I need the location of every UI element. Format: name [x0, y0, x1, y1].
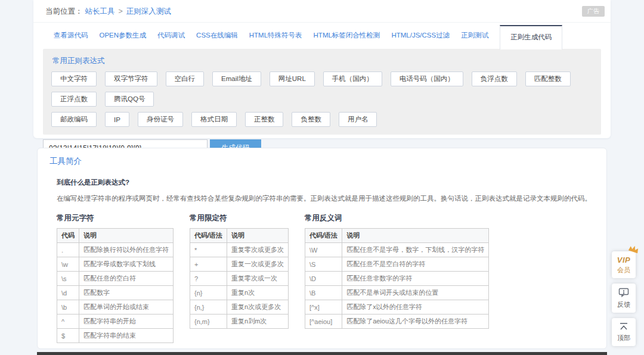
feedback-label: 反馈 — [612, 300, 636, 309]
breadcrumb-label: 当前位置： — [45, 7, 83, 15]
feedback-icon — [618, 288, 629, 297]
table-row: *重复零次或更多次 — [190, 243, 289, 257]
regex-preset-button[interactable]: 手机（国内） — [323, 71, 382, 86]
regex-preset-button[interactable]: 网址URL — [270, 71, 315, 86]
regex-preset-button[interactable]: 空白行 — [166, 71, 205, 86]
regex-reference-tables: 常用元字符代码说明.匹配除换行符以外的任意字符\w匹配字母或数字或下划线\s匹配… — [57, 213, 595, 343]
description-cell: 匹配除换行符以外的任意字符 — [79, 243, 174, 257]
code-cell: . — [57, 243, 79, 257]
regex-preset-button[interactable]: 负浮点数 — [472, 71, 517, 86]
feedback-button[interactable]: 反馈 — [612, 284, 636, 313]
code-cell: \s — [57, 272, 79, 286]
code-cell: {n} — [190, 286, 227, 300]
back-to-top-button[interactable]: 顶部 — [612, 318, 636, 346]
code-cell: ? — [190, 272, 227, 286]
tab-8[interactable]: 正则生成代码 — [500, 25, 562, 49]
breadcrumb-link-current[interactable]: 正则深入测试 — [126, 7, 171, 15]
code-cell: $ — [57, 329, 79, 343]
regex-preset-row-1: 中文字符双字节字符空白行Email地址网址URL手机（国内）电话号码（国内）负浮… — [51, 71, 593, 107]
reference-table-block: 常用元字符代码说明.匹配除换行符以外的任意字符\w匹配字母或数字或下划线\s匹配… — [57, 213, 174, 343]
main-tool-card: 当前位置：站长工具>正则深入测试 广告 查看源代码OPEN参数生成代码调试CSS… — [33, 0, 611, 138]
description-cell: 匹配任意不是空白符的字符 — [342, 257, 489, 272]
reference-table-block: 常用反义词代码/语法说明\W匹配任意不是字母，数字，下划线，汉字的字符\S匹配任… — [305, 213, 489, 329]
code-cell: \B — [305, 286, 342, 300]
floating-toolbar: VIP 会员 反馈 顶部 — [612, 251, 636, 351]
tool-intro-card: 工具简介 到底什么是正则表达式? 在编写处理字符串的程序或网页时，经常有查找符合… — [37, 148, 607, 349]
table-header-cell: 说明 — [342, 229, 489, 243]
code-cell: * — [190, 243, 227, 257]
description-cell: 匹配字符串的开始 — [79, 314, 174, 329]
description-cell: 重复n次 — [227, 286, 289, 300]
reference-table-block: 常用限定符代码/语法说明*重复零次或更多次+重复一次或更多次?重复零次或一次{n… — [190, 213, 289, 329]
regex-preset-button[interactable]: 电话号码（国内） — [391, 71, 463, 86]
ad-label: 广告 — [582, 6, 605, 17]
breadcrumb-link-home[interactable]: 站长工具 — [85, 7, 115, 15]
table-row: $匹配字符串的结束 — [57, 329, 174, 343]
breadcrumb-separator: > — [119, 7, 123, 15]
regex-preset-button[interactable]: IP — [105, 112, 129, 127]
regex-preset-button[interactable]: 正浮点数 — [51, 92, 97, 107]
tab-3[interactable]: CSS在线编辑 — [196, 29, 238, 42]
regex-preset-button[interactable]: 腾讯QQ号 — [105, 92, 154, 107]
tab-1[interactable]: OPEN参数生成 — [100, 29, 147, 42]
description-cell: 重复n到m次 — [227, 314, 289, 329]
regex-preset-button[interactable]: 匹配整数 — [525, 71, 571, 86]
tab-5[interactable]: HTML标签闭合性检测 — [314, 29, 380, 42]
table-header-cell: 说明 — [79, 229, 174, 243]
table-row: \w匹配字母或数字或下划线 — [57, 257, 174, 272]
table-row: \d匹配数字 — [57, 286, 174, 300]
regex-preset-row-2: 邮政编码IP身份证号格式日期正整数负整数用户名 — [51, 112, 593, 127]
tab-6[interactable]: HTML/JS/CSS过滤 — [391, 29, 450, 42]
code-cell: + — [190, 257, 227, 272]
table-row: \b匹配单词的开始或结束 — [57, 300, 174, 314]
regex-preset-button[interactable]: 用户名 — [339, 112, 377, 127]
table-header-cell: 代码/语法 — [190, 229, 227, 243]
regex-preset-button[interactable]: 双字节字符 — [105, 71, 157, 86]
reference-table: 代码/语法说明*重复零次或更多次+重复一次或更多次?重复零次或一次{n}重复n次… — [190, 228, 289, 329]
table-row: [^aeiou]匹配除了aeiou这几个字母以外的任意字符 — [305, 314, 489, 329]
vip-logo: VIP — [612, 256, 636, 264]
table-row: {n}重复n次 — [190, 286, 289, 300]
regex-preset-button[interactable]: 中文字符 — [51, 71, 97, 86]
table-title: 常用元字符 — [57, 213, 174, 223]
regex-preset-button[interactable]: 正整数 — [245, 112, 284, 127]
regex-preset-button[interactable]: 身份证号 — [138, 112, 183, 127]
common-regex-panel: 常用正则表达式 中文字符双字节字符空白行Email地址网址URL手机（国内）电话… — [43, 49, 601, 135]
vip-member-button[interactable]: VIP 会员 — [612, 251, 636, 278]
code-cell: ^ — [57, 314, 79, 329]
intro-description: 在编写处理字符串的程序或网页时，经常有查找符合某些复杂规则的字符串的需要。正则表… — [57, 194, 595, 203]
description-cell: 匹配除了x以外的任意字符 — [342, 300, 489, 314]
code-cell: \W — [305, 243, 342, 257]
code-cell: \w — [57, 257, 79, 272]
code-cell: \S — [305, 257, 342, 272]
back-to-top-icon — [618, 322, 629, 331]
table-row: \B匹配不是单词开头或结束的位置 — [305, 286, 489, 300]
regex-preset-button[interactable]: 格式日期 — [191, 112, 237, 127]
table-row: +重复一次或更多次 — [190, 257, 289, 272]
description-cell: 匹配字符串的结束 — [79, 329, 174, 343]
table-row: \W匹配任意不是字母，数字，下划线，汉字的字符 — [305, 243, 489, 257]
regex-preset-button[interactable]: 邮政编码 — [51, 112, 97, 127]
tab-0[interactable]: 查看源代码 — [54, 29, 88, 42]
tab-4[interactable]: HTML特殊符号表 — [249, 29, 302, 42]
reference-table: 代码说明.匹配除换行符以外的任意字符\w匹配字母或数字或下划线\s匹配任意的空白… — [57, 228, 174, 343]
table-row: \D匹配任意非数字的字符 — [305, 272, 489, 286]
regex-preset-button[interactable]: Email地址 — [212, 71, 261, 86]
intro-title: 工具简介 — [49, 156, 595, 167]
tab-7[interactable]: 正则测试 — [461, 29, 488, 42]
table-row: ?重复零次或一次 — [190, 272, 289, 286]
reference-table: 代码/语法说明\W匹配任意不是字母，数字，下划线，汉字的字符\S匹配任意不是空白… — [305, 228, 489, 329]
footer-top-edge — [37, 352, 607, 355]
code-cell: {n,m} — [190, 314, 227, 329]
table-row: .匹配除换行符以外的任意字符 — [57, 243, 174, 257]
tab-2[interactable]: 代码调试 — [157, 29, 185, 42]
description-cell: 匹配单词的开始或结束 — [79, 300, 174, 314]
table-row: \s匹配任意的空白符 — [57, 272, 174, 286]
table-row: ^匹配字符串的开始 — [57, 314, 174, 329]
table-header-cell: 代码 — [57, 229, 79, 243]
table-header-cell: 代码/语法 — [305, 229, 342, 243]
table-row: {n,}重复n次或更多次 — [190, 300, 289, 314]
table-title: 常用反义词 — [305, 213, 489, 223]
regex-preset-button[interactable]: 负整数 — [292, 112, 330, 127]
description-cell: 匹配数字 — [79, 286, 174, 300]
